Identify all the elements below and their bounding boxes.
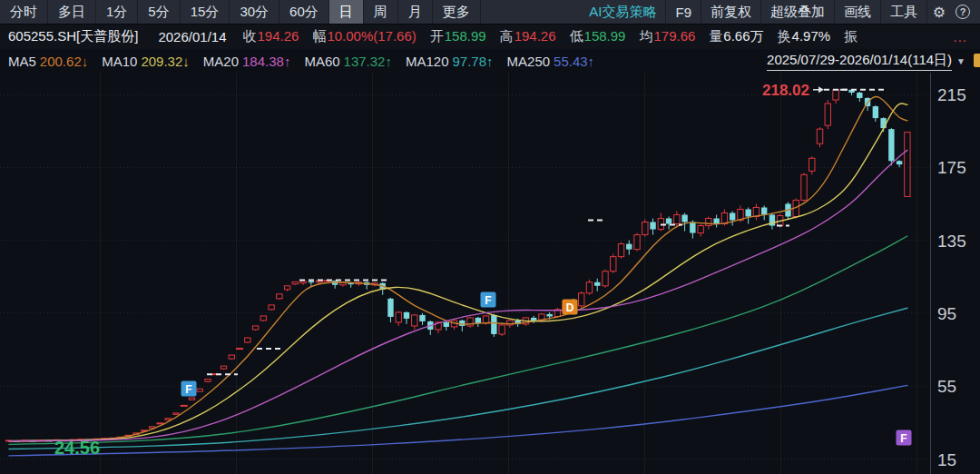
period-tab[interactable]: 15分 xyxy=(181,0,230,24)
stock-code[interactable]: 605255.SH[天普股份] xyxy=(8,28,138,45)
candle xyxy=(761,205,767,220)
quote-field-label: 低 xyxy=(570,28,583,44)
tool-button[interactable]: 前复权 xyxy=(701,0,761,25)
ma-label: MA250 xyxy=(507,54,551,69)
period-tab[interactable]: 1分 xyxy=(96,0,138,24)
candle xyxy=(459,320,465,331)
period-tabs: 分时多日1分5分15分30分60分日周月更多 xyxy=(0,0,481,24)
signal-badge-f[interactable]: F xyxy=(897,430,912,446)
signal-badge-f[interactable]: F xyxy=(481,292,496,308)
candle xyxy=(865,97,870,111)
candle xyxy=(817,127,822,147)
tool-button[interactable]: F9 xyxy=(666,0,701,25)
ma-item: MA10209.32↓ xyxy=(102,54,190,69)
candle xyxy=(292,281,298,284)
candle xyxy=(364,281,369,290)
candle xyxy=(769,212,775,229)
quote-field-label: 幅 xyxy=(312,28,326,44)
period-tab[interactable]: 分时 xyxy=(0,0,48,24)
period-tab[interactable]: 更多 xyxy=(433,0,481,24)
period-tab[interactable]: 5分 xyxy=(138,0,180,24)
quote-field-value: 10.00%(17.66) xyxy=(327,28,416,44)
candle xyxy=(189,398,194,400)
quote-field-value: 4.97% xyxy=(792,28,831,44)
period-tab[interactable]: 多日 xyxy=(48,0,96,24)
svg-text:F: F xyxy=(900,432,906,445)
candle xyxy=(586,280,592,295)
help-icon[interactable]: ? xyxy=(951,0,975,24)
candle xyxy=(220,366,226,370)
tool-button[interactable]: 画线 xyxy=(835,0,881,25)
candle xyxy=(753,203,759,220)
candle xyxy=(666,217,671,230)
ma-line-ma120 xyxy=(9,308,907,449)
edge-partial-icon xyxy=(974,54,980,67)
chart-canvas[interactable]: 218.0224.56FFDF215175135955515 xyxy=(0,73,980,474)
period-tab[interactable]: 日 xyxy=(329,0,364,24)
period-tab[interactable]: 月 xyxy=(398,0,433,24)
candle xyxy=(404,311,409,324)
candle xyxy=(857,92,862,102)
y-axis-tick-label: 175 xyxy=(937,158,966,177)
tool-button[interactable]: 工具 xyxy=(881,0,927,25)
candle xyxy=(387,298,393,322)
date-range-selector[interactable]: 2025/07/29-2026/01/14(114日) ▼ xyxy=(767,52,965,71)
low-price-label: 24.56 xyxy=(54,438,100,458)
candle xyxy=(205,380,211,383)
candle xyxy=(300,281,306,285)
quote-field-label: 振 xyxy=(844,28,858,44)
period-tab[interactable]: 60分 xyxy=(279,0,329,24)
candle xyxy=(444,321,449,331)
gear-icon[interactable]: ⚙ xyxy=(927,0,951,24)
tool-button[interactable]: 超级叠加 xyxy=(761,0,835,25)
quote-field-value: 6.66万 xyxy=(723,28,763,44)
candle xyxy=(833,89,838,104)
quote-field-label: 开 xyxy=(430,28,444,44)
quote-field: 高194.26 xyxy=(500,28,556,45)
quote-field-label: 换 xyxy=(778,28,791,44)
quote-field-value: 158.99 xyxy=(445,28,486,44)
ma-label: MA10 xyxy=(102,54,137,69)
candle xyxy=(197,389,202,391)
quote-field-value: 158.99 xyxy=(584,28,626,44)
stock-chart-window: 分时多日1分5分15分30分60分日周月更多 AI交易策略F9前复权超级叠加画线… xyxy=(0,0,980,474)
period-tab[interactable]: 周 xyxy=(364,0,398,24)
quote-field-label: 量 xyxy=(709,28,722,44)
candle xyxy=(451,320,456,330)
y-axis-tick-label: 15 xyxy=(937,450,956,469)
candlestick-chart[interactable]: 218.0224.56FFDF215175135955515 xyxy=(0,73,980,474)
quote-field: 振 xyxy=(844,28,858,45)
quote-date: 2026/01/14 xyxy=(158,29,226,44)
candle xyxy=(229,355,234,360)
candle xyxy=(626,241,632,255)
candle xyxy=(173,413,179,415)
candle xyxy=(499,324,505,336)
candle xyxy=(897,160,902,167)
ma-indicator-bar: MA5200.62↓MA10209.32↓MA20184.38↑MA60137.… xyxy=(0,49,980,73)
candle xyxy=(809,156,815,174)
chevron-down-icon: ▼ xyxy=(956,56,965,66)
ma-line-ma10 xyxy=(9,104,907,441)
candle xyxy=(698,224,703,237)
date-range-text: 2025/07/29-2026/01/14(114日) xyxy=(767,52,952,71)
tool-buttons: AI交易策略F9前复权超级叠加画线工具 xyxy=(580,0,927,25)
svg-text:F: F xyxy=(485,294,491,307)
arrow-right-icon xyxy=(818,86,824,93)
signal-badge-d[interactable]: D xyxy=(563,300,578,315)
ma-item: MA25055.43↑ xyxy=(507,54,595,69)
ma-line-ma20 xyxy=(9,150,907,440)
candle xyxy=(634,233,640,252)
tool-button[interactable]: AI交易策略 xyxy=(580,0,666,25)
candle xyxy=(745,207,750,223)
period-toolbar: 分时多日1分5分15分30分60分日周月更多 AI交易策略F9前复权超级叠加画线… xyxy=(0,0,980,25)
toolbar-tools: AI交易策略F9前复权超级叠加画线工具 ⚙ ? xyxy=(580,0,980,24)
period-tab[interactable]: 30分 xyxy=(230,0,279,24)
ma-label: MA60 xyxy=(304,54,339,69)
ma-label: MA20 xyxy=(203,54,239,69)
ma-value: 55.43↑ xyxy=(554,54,594,69)
ma-value: 184.38↑ xyxy=(242,54,290,69)
signal-badge-f[interactable]: F xyxy=(181,381,197,397)
quote-bar: 605255.SH[天普股份] 2026/01/14 收194.26幅10.00… xyxy=(0,25,980,49)
candle xyxy=(650,219,655,235)
candle xyxy=(491,314,496,337)
